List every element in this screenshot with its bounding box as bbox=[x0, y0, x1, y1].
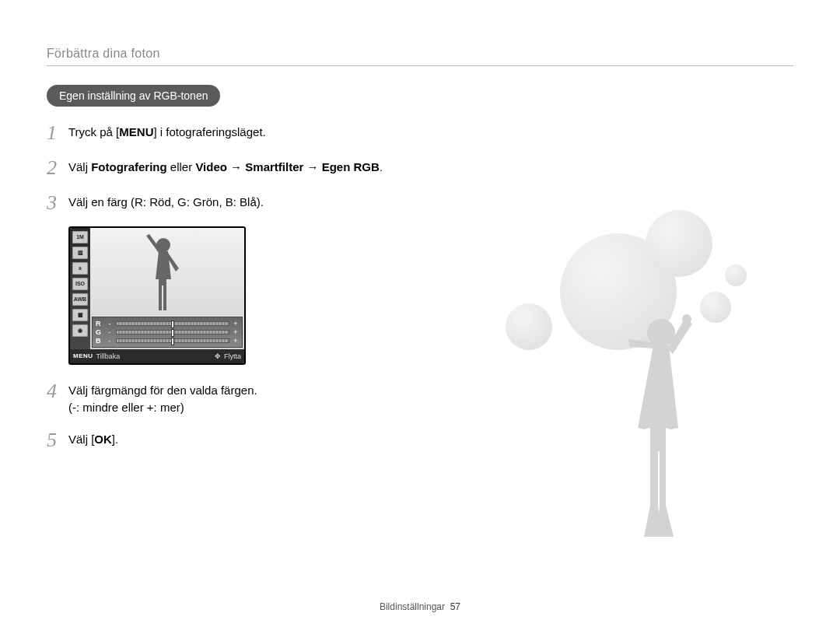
step-number: 4 bbox=[47, 379, 68, 403]
svg-point-1 bbox=[647, 319, 675, 347]
minus-icon: - bbox=[107, 320, 113, 328]
menu-path-item: Smartfilter bbox=[245, 160, 303, 173]
slider-row-b: B - + bbox=[96, 337, 239, 345]
step-text: Välj en färg (R: Röd, G: Grön, B: Blå). bbox=[68, 195, 264, 208]
section-pill: Egen inställning av RGB-tonen bbox=[47, 85, 220, 107]
step-number: 2 bbox=[47, 156, 68, 180]
plus-icon: + bbox=[233, 320, 239, 328]
svg-point-2 bbox=[682, 314, 691, 324]
header-divider bbox=[47, 65, 793, 66]
step-text: → bbox=[227, 160, 245, 173]
lcd-icon-strip: 1M ▧ ± ISO AWB ▦ ◉ bbox=[70, 228, 90, 363]
ok-key: OK bbox=[94, 433, 112, 446]
step-text: Välj [ bbox=[68, 433, 94, 446]
camera-lcd-mock: 1M ▧ ± ISO AWB ▦ ◉ R - + bbox=[68, 226, 246, 365]
step-body: Välj en färg (R: Röd, G: Grön, B: Blå). bbox=[68, 191, 264, 212]
slider-row-r: R - + bbox=[96, 320, 239, 328]
lcd-child-silhouette bbox=[140, 234, 187, 323]
nav-icon: ✥ bbox=[215, 352, 221, 360]
step-text: ]. bbox=[112, 433, 118, 446]
step-3: 3 Välj en färg (R: Röd, G: Grön, B: Blå)… bbox=[47, 191, 420, 215]
plus-icon: + bbox=[233, 328, 239, 336]
step-body: Välj [OK]. bbox=[68, 428, 118, 449]
step-text: → bbox=[303, 160, 321, 173]
lcd-icon: ◉ bbox=[72, 324, 88, 337]
bubble-icon bbox=[700, 292, 731, 323]
slider-thumb bbox=[171, 321, 174, 328]
slider-label: G bbox=[96, 328, 103, 336]
main-column: Egen inställning av RGB-tonen 1 Tryck på… bbox=[47, 85, 420, 452]
bubble-icon bbox=[506, 303, 552, 350]
footer-section: Bildinställningar bbox=[380, 601, 445, 612]
step-text: (-: mindre eller +: mer) bbox=[68, 399, 257, 417]
step-1: 1 Tryck på [MENU] i fotograferingsläget. bbox=[47, 121, 420, 145]
bubble-icon bbox=[560, 233, 677, 350]
lcd-icon: ▦ bbox=[72, 309, 88, 321]
minus-icon: - bbox=[107, 328, 113, 336]
step-number: 1 bbox=[47, 121, 68, 145]
page-footer: Bildinställningar 57 bbox=[0, 601, 840, 612]
lcd-icon: AWB bbox=[72, 293, 88, 306]
lcd-icon: ± bbox=[72, 262, 88, 275]
move-label: Flytta bbox=[224, 352, 241, 360]
step-number: 3 bbox=[47, 191, 68, 215]
slider-thumb bbox=[171, 338, 174, 345]
step-text: Välj färgmängd för den valda färgen. bbox=[68, 382, 257, 400]
step-text: Välj bbox=[68, 160, 91, 173]
slider-track bbox=[116, 338, 229, 343]
step-body: Tryck på [MENU] i fotograferingsläget. bbox=[68, 121, 266, 142]
menu-path-item: Fotografering bbox=[91, 160, 167, 173]
lcd-icon: 1M bbox=[72, 231, 88, 243]
minus-icon: - bbox=[107, 337, 113, 345]
header-title: Förbättra dina foton bbox=[47, 47, 793, 61]
page-number: 57 bbox=[450, 601, 460, 612]
step-text: eller bbox=[167, 160, 196, 173]
slider-thumb bbox=[171, 329, 174, 337]
plus-icon: + bbox=[233, 337, 239, 345]
menu-key: MENU bbox=[119, 125, 153, 138]
lcd-bottom-bar: MENU Tillbaka ✥ Flytta bbox=[70, 349, 244, 363]
menu-tag: MENU bbox=[73, 352, 93, 359]
step-body: Välj Fotografering eller Video → Smartfi… bbox=[68, 156, 383, 177]
slider-track bbox=[116, 330, 229, 335]
slider-label: R bbox=[96, 320, 103, 328]
back-label: Tillbaka bbox=[96, 352, 121, 360]
slider-row-g: G - + bbox=[96, 328, 239, 336]
step-5: 5 Välj [OK]. bbox=[47, 428, 420, 452]
bubble-icon bbox=[646, 210, 712, 277]
lcd-icon: ▧ bbox=[72, 247, 88, 259]
rgb-sliders-panel: R - + G - + B - + bbox=[92, 317, 243, 348]
step-text: ] i fotograferingsläget. bbox=[153, 125, 265, 138]
child-silhouette-icon bbox=[599, 311, 723, 560]
step-text: . bbox=[380, 160, 383, 173]
menu-path-item: Video bbox=[195, 160, 227, 173]
step-2: 2 Välj Fotografering eller Video → Smart… bbox=[47, 156, 420, 180]
bubble-icon bbox=[725, 264, 747, 286]
decorative-background bbox=[467, 218, 793, 545]
lcd-icon: ISO bbox=[72, 278, 88, 290]
step-4: 4 Välj färgmängd för den valda färgen. (… bbox=[47, 379, 420, 417]
slider-track bbox=[116, 321, 229, 326]
step-text: Tryck på [ bbox=[68, 125, 119, 138]
step-number: 5 bbox=[47, 428, 68, 452]
step-body: Välj färgmängd för den valda färgen. (-:… bbox=[68, 379, 257, 417]
menu-path-item: Egen RGB bbox=[322, 160, 380, 173]
slider-label: B bbox=[96, 337, 103, 345]
